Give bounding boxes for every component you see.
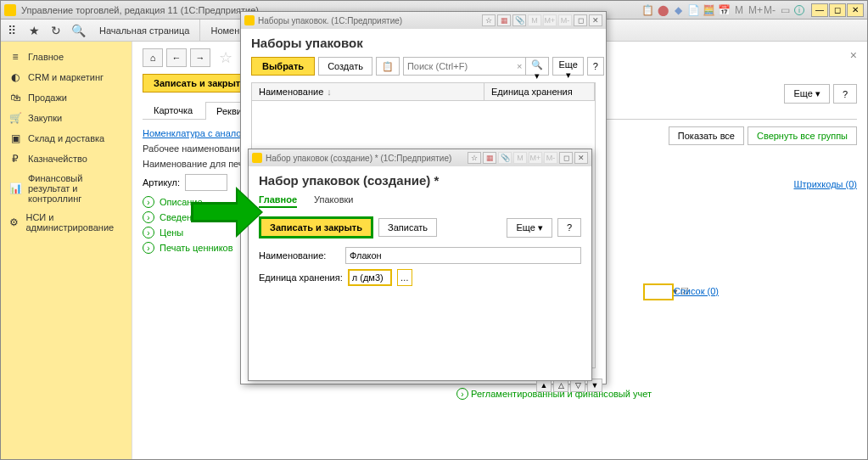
m-icon[interactable]: M [528, 14, 541, 26]
app-icon [4, 4, 16, 16]
dialog-titlebar[interactable]: Наборы упаковок. (1С:Предприятие) ☆ ▦ 📎 … [241, 12, 606, 29]
tray-icon[interactable]: ◆ [672, 4, 684, 16]
tray-icon[interactable]: M- [764, 4, 776, 16]
more-button[interactable]: Еще ▾ [507, 218, 552, 238]
search-input[interactable] [403, 57, 529, 76]
dialog-window-title: Набор упаковок (создание) * (1С:Предприя… [266, 154, 451, 163]
sidebar-item-admin[interactable]: ⚙НСИ и администрирование [1, 208, 132, 237]
save-close-button[interactable]: Записать и закрыть [259, 216, 373, 238]
sidebar-item-sales[interactable]: 🛍Продажи [1, 87, 132, 108]
dialog-controls: ☆ ▦ 📎 M M+ M- ◻ ✕ [482, 14, 602, 26]
sidebar-label: Главное [28, 52, 64, 62]
tray-icon[interactable]: 📅 [718, 4, 730, 16]
sidebar-item-crm[interactable]: ◐CRM и маркетинг [1, 67, 132, 87]
article-label: Артикул: [143, 177, 180, 188]
tab-main[interactable]: Главное [259, 194, 297, 208]
dialog-icon [252, 153, 262, 163]
tab-home[interactable]: Начальная страница [89, 20, 200, 42]
maximize-icon[interactable]: ◻ [559, 152, 573, 164]
home-button[interactable]: ⌂ [143, 48, 163, 67]
tray-icon[interactable]: M+ [748, 4, 760, 16]
dialog-toolbar: Выбрать Создать 📋 × 🔍 ▾ Еще ▾ ? [251, 57, 596, 76]
help-button[interactable]: ? [833, 84, 857, 104]
tray-icon[interactable]: M [733, 4, 745, 16]
tray-icon[interactable]: ▭ [779, 4, 791, 16]
close-icon[interactable]: ✕ [574, 152, 588, 164]
clear-search-icon[interactable]: × [517, 61, 522, 71]
picker-button[interactable]: … [397, 269, 412, 286]
dialog-icon [244, 15, 255, 25]
col-name[interactable]: Наименование↓ [252, 83, 484, 100]
search-icon[interactable]: 🔍 [67, 20, 89, 41]
mplus-icon[interactable]: M+ [529, 152, 542, 164]
dialog-title: Наборы упаковок [251, 36, 596, 50]
mminus-icon[interactable]: M- [544, 152, 557, 164]
close-icon[interactable]: × [850, 48, 857, 62]
tray-icon[interactable]: 📋 [641, 4, 653, 16]
barcodes-link[interactable]: Штрихкоды (0) [793, 179, 857, 189]
dialog-titlebar[interactable]: Набор упаковок (создание) * (1С:Предприя… [249, 149, 591, 166]
select-button[interactable]: Выбрать [251, 57, 315, 76]
table-header: Наименование↓ Единица хранения [251, 82, 596, 101]
sidebar-item-warehouse[interactable]: ▣Склад и доставка [1, 128, 132, 149]
grid-icon[interactable]: ▦ [497, 14, 511, 26]
unit-input[interactable] [348, 269, 392, 286]
star-icon[interactable]: ☆ [219, 48, 232, 67]
tab-card[interactable]: Карточка [143, 101, 204, 119]
analog-link[interactable]: Номенклатура с аналоги [143, 128, 250, 138]
sidebar-item-main[interactable]: ≡Главное [1, 47, 132, 67]
dialog-controls: ☆ ▦ 📎 M M+ M- ◻ ✕ [468, 152, 588, 164]
back-button[interactable]: ← [166, 48, 187, 67]
more-button[interactable]: Еще ▾ [784, 84, 829, 104]
col-unit[interactable]: Единица хранения [484, 83, 595, 100]
unit-label: Единица хранения: [259, 272, 343, 283]
copy-button[interactable]: 📋 [376, 57, 400, 76]
help-button[interactable]: ? [587, 57, 604, 76]
minimize-button[interactable]: — [811, 3, 828, 17]
favorite-icon[interactable]: ★ [23, 20, 45, 41]
show-all-button[interactable]: Показать все [669, 126, 744, 145]
maximize-button[interactable]: ◻ [829, 3, 846, 17]
history-icon[interactable]: ↻ [45, 20, 67, 41]
help-button[interactable]: ? [557, 218, 581, 237]
gear-icon: ⚙ [9, 216, 19, 228]
clip-icon[interactable]: 📎 [498, 152, 512, 164]
name-input[interactable] [345, 247, 581, 264]
titlebar-tray: 📋 ⬤ ◆ 📄 🧮 📅 M M+ M- ▭ i [641, 4, 804, 16]
fav-icon[interactable]: ☆ [468, 152, 481, 164]
chart-icon: 📊 [9, 182, 21, 194]
save-button[interactable]: Записать [378, 218, 437, 237]
maximize-icon[interactable]: ◻ [574, 14, 587, 26]
apps-icon[interactable]: ⠿ [1, 20, 23, 41]
dialog-tabs: Главное Упаковки [259, 194, 581, 208]
close-button[interactable]: ✕ [847, 3, 864, 17]
create-package-dialog: Набор упаковок (создание) * (1С:Предприя… [248, 149, 592, 381]
collapse-all-button[interactable]: Свернуть все группы [748, 126, 857, 145]
mplus-icon[interactable]: M+ [543, 14, 557, 26]
tray-icon[interactable]: 🧮 [703, 4, 714, 16]
sidebar-item-purchases[interactable]: 🛒Закупки [1, 108, 132, 128]
search-button[interactable]: 🔍 ▾ [525, 57, 549, 76]
sidebar-label: CRM и маркетинг [28, 72, 104, 82]
grid-icon[interactable]: ▦ [483, 152, 496, 164]
create-button[interactable]: Создать [318, 57, 372, 76]
forward-button[interactable]: → [190, 48, 210, 67]
pie-icon: ◐ [9, 71, 21, 83]
ruble-icon: ₽ [9, 153, 21, 165]
tray-icon[interactable]: 📄 [687, 4, 699, 16]
sidebar-item-treasury[interactable]: ₽Казначейство [1, 149, 132, 169]
tray-info-icon[interactable]: i [794, 5, 804, 15]
list-link[interactable]: Список (0) [674, 286, 719, 296]
close-icon[interactable]: ✕ [589, 14, 602, 26]
article-input[interactable] [185, 174, 227, 191]
fav-icon[interactable]: ☆ [482, 14, 496, 26]
chevron-icon: › [143, 196, 154, 208]
clip-icon[interactable]: 📎 [512, 14, 526, 26]
sidebar-item-finance[interactable]: 📊Финансовый результат и контроллинг [1, 169, 132, 208]
tab-packages[interactable]: Упаковки [314, 194, 353, 208]
mminus-icon[interactable]: M- [558, 14, 572, 26]
box-icon: ▣ [9, 132, 21, 144]
m-icon[interactable]: M [513, 152, 527, 164]
tray-icon[interactable]: ⬤ [657, 4, 669, 16]
more-button[interactable]: Еще ▾ [552, 57, 583, 76]
